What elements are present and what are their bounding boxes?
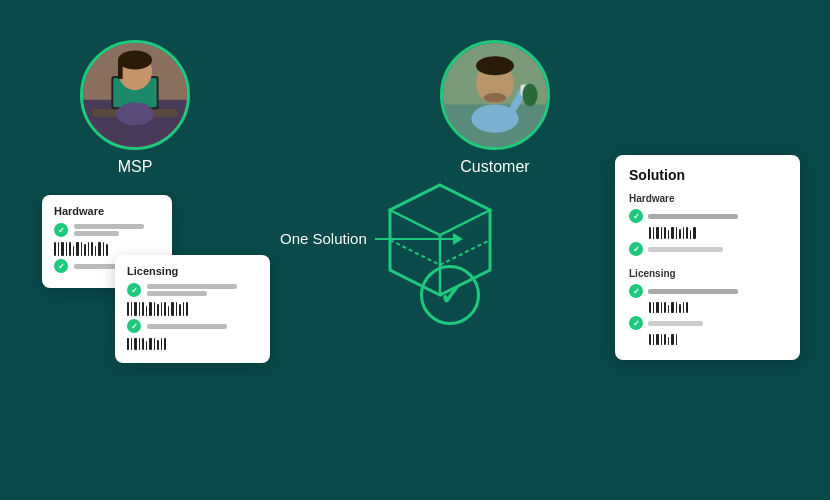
licensing-bar-1 <box>147 284 237 296</box>
svg-point-14 <box>476 56 514 75</box>
hardware-barcode-1 <box>54 242 160 256</box>
solution-lic-row-1 <box>629 284 786 298</box>
solution-licensing-section: Licensing <box>629 268 786 279</box>
msp-section: MSP <box>80 40 190 176</box>
solution-card-title: Solution <box>629 167 786 183</box>
licensing-bar-long-1 <box>147 284 237 289</box>
svg-marker-20 <box>390 185 490 235</box>
solution-lic-bar-short-1 <box>648 321 703 326</box>
svg-point-18 <box>522 84 537 107</box>
solution-lic-check-1 <box>629 284 643 298</box>
svg-point-7 <box>118 51 152 70</box>
solution-lic-check-2 <box>629 316 643 330</box>
solution-hw-bar-med-1 <box>648 247 723 252</box>
licensing-bar-2 <box>147 324 227 329</box>
solution-hw-row-2 <box>629 242 786 256</box>
solution-card: Solution Hardware Licensing <box>615 155 800 360</box>
solution-hardware-section: Hardware <box>629 193 786 204</box>
main-scene: MSP Customer <box>0 0 830 500</box>
svg-line-22 <box>390 240 440 265</box>
solution-hw-check-2 <box>629 242 643 256</box>
svg-line-23 <box>440 240 490 265</box>
hardware-check-1 <box>54 223 68 237</box>
solution-hw-row-1 <box>629 209 786 223</box>
licensing-bar-short-1 <box>147 291 207 296</box>
msp-avatar <box>80 40 190 150</box>
licensing-barcode-2 <box>127 338 258 350</box>
customer-label: Customer <box>460 158 529 176</box>
licensing-row-1 <box>127 283 258 297</box>
solution-lic-row-2 <box>629 316 786 330</box>
customer-section: Customer <box>440 40 550 176</box>
hardware-bar-1 <box>74 224 144 236</box>
licensing-card-title: Licensing <box>127 265 258 277</box>
msp-avatar-image <box>83 43 187 147</box>
solution-lic-barcode-2 <box>649 334 786 345</box>
licensing-card: Licensing <box>115 255 270 363</box>
licensing-bar-long-2 <box>147 324 227 329</box>
licensing-check-2 <box>127 319 141 333</box>
customer-avatar <box>440 40 550 150</box>
solution-lic-bar-long-1 <box>648 289 738 294</box>
svg-rect-8 <box>118 60 123 79</box>
hardware-row-1 <box>54 223 160 237</box>
check-circle-icon <box>420 265 480 325</box>
solution-hw-check-1 <box>629 209 643 223</box>
solution-divider <box>629 260 786 268</box>
solution-hw-barcode-1 <box>649 227 786 239</box>
hardware-card-title: Hardware <box>54 205 160 217</box>
solution-lic-barcode-1 <box>649 302 786 313</box>
hardware-bar-short-1 <box>74 231 119 236</box>
hardware-bar-long-1 <box>74 224 144 229</box>
licensing-barcode-1 <box>127 302 258 316</box>
hardware-check-2 <box>54 259 68 273</box>
svg-point-15 <box>484 93 507 102</box>
customer-avatar-image <box>443 43 547 147</box>
arrow-label: One Solution <box>280 230 367 247</box>
msp-label: MSP <box>118 158 153 176</box>
solution-hw-bar-long-1 <box>648 214 738 219</box>
licensing-row-2 <box>127 319 258 333</box>
svg-point-9 <box>116 103 154 126</box>
licensing-check-1 <box>127 283 141 297</box>
